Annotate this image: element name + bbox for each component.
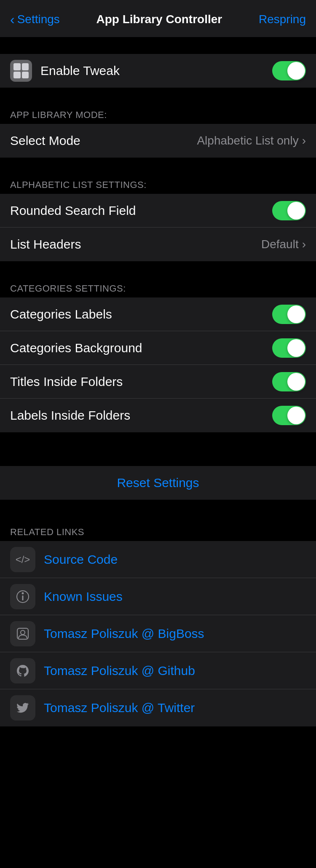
list-headers-row[interactable]: List Headers Default › — [0, 228, 316, 261]
github-label: Tomasz Poliszuk @ Github — [44, 664, 195, 678]
toggle-knob-rsf — [287, 202, 305, 220]
twitter-label: Tomasz Poliszuk @ Twitter — [44, 701, 195, 715]
categories-settings-label: CATEGORIES SETTINGS: — [10, 283, 126, 294]
alphabetic-list-label: ALPHABETIC LIST SETTINGS: — [10, 179, 147, 190]
categories-background-toggle[interactable] — [272, 338, 306, 358]
section-gap-4 — [0, 261, 316, 278]
select-mode-value: Alphabetic List only — [197, 134, 298, 147]
rounded-search-field-row[interactable]: Rounded Search Field — [0, 194, 316, 228]
alphabetic-list-group: Rounded Search Field List Headers Defaul… — [0, 194, 316, 261]
known-issues-icon — [10, 584, 35, 609]
titles-inside-folders-label: Titles Inside Folders — [10, 375, 272, 389]
section-gap-1 — [0, 37, 316, 54]
enable-tweak-row[interactable]: Enable Tweak — [0, 54, 316, 88]
bigboss-icon — [10, 621, 35, 646]
toggle-knob-cb — [287, 339, 305, 357]
titles-inside-folders-toggle[interactable] — [272, 372, 306, 391]
section-gap-5 — [0, 432, 316, 466]
select-mode-value-container: Alphabetic List only › — [197, 134, 306, 147]
source-code-label: Source Code — [44, 552, 118, 567]
list-headers-label: List Headers — [10, 237, 81, 252]
nav-back-label: Settings — [17, 13, 60, 26]
section-gap-6 — [0, 500, 316, 517]
svg-point-2 — [22, 592, 24, 594]
reset-settings-label: Reset Settings — [117, 476, 199, 490]
categories-labels-toggle[interactable] — [272, 305, 306, 324]
list-headers-value-container: Default › — [261, 238, 306, 251]
source-code-row[interactable]: </> Source Code — [0, 541, 316, 578]
github-row[interactable]: Tomasz Poliszuk @ Github — [0, 652, 316, 689]
related-links-group: </> Source Code Known Issues Tomasz Poli… — [0, 541, 316, 726]
bigboss-row[interactable]: Tomasz Poliszuk @ BigBoss — [0, 615, 316, 652]
categories-settings-group: Categories Labels Categories Background … — [0, 297, 316, 432]
app-library-mode-group: Select Mode Alphabetic List only › — [0, 124, 316, 158]
known-issues-row[interactable]: Known Issues — [0, 578, 316, 615]
list-headers-chevron-icon: › — [302, 238, 306, 251]
known-issues-label: Known Issues — [44, 589, 123, 604]
svg-rect-3 — [22, 595, 24, 600]
respring-button[interactable]: Respring — [259, 13, 306, 26]
titles-inside-folders-row[interactable]: Titles Inside Folders — [0, 365, 316, 399]
related-links-label: RELATED LINKS — [10, 527, 84, 537]
svg-point-5 — [21, 630, 25, 635]
enable-tweak-icon — [10, 60, 32, 82]
select-mode-label: Select Mode — [10, 134, 80, 148]
enable-tweak-toggle[interactable] — [272, 61, 306, 80]
list-headers-value: Default — [261, 238, 299, 251]
reset-settings-section: Reset Settings — [0, 466, 316, 500]
toggle-knob-tif — [287, 373, 305, 391]
bigboss-label: Tomasz Poliszuk @ BigBoss — [44, 627, 204, 641]
related-links-header: RELATED LINKS — [0, 517, 316, 541]
nav-back-button[interactable]: ‹ Settings — [10, 13, 60, 26]
github-icon — [10, 658, 35, 683]
section-gap-2 — [0, 88, 316, 104]
reset-settings-row[interactable]: Reset Settings — [0, 466, 316, 500]
nav-title: App Library Controller — [60, 13, 259, 26]
rounded-search-field-toggle[interactable] — [272, 201, 306, 220]
grid-icon — [13, 63, 29, 78]
twitter-row[interactable]: Tomasz Poliszuk @ Twitter — [0, 689, 316, 726]
back-chevron-icon: ‹ — [10, 13, 15, 26]
rounded-search-field-label: Rounded Search Field — [10, 204, 272, 218]
categories-labels-row[interactable]: Categories Labels — [0, 297, 316, 331]
svg-text:</>: </> — [16, 554, 30, 565]
categories-background-row[interactable]: Categories Background — [0, 331, 316, 365]
labels-inside-folders-label: Labels Inside Folders — [10, 408, 272, 423]
app-library-mode-header: APP LIBRARY MODE: — [0, 104, 316, 124]
nav-header: ‹ Settings App Library Controller Respri… — [0, 0, 316, 37]
enable-tweak-group: Enable Tweak — [0, 54, 316, 88]
toggle-knob-cl — [287, 305, 305, 323]
categories-labels-label: Categories Labels — [10, 307, 272, 321]
categories-settings-header: CATEGORIES SETTINGS: — [0, 278, 316, 297]
twitter-icon — [10, 695, 35, 721]
labels-inside-folders-row[interactable]: Labels Inside Folders — [0, 399, 316, 432]
toggle-knob — [287, 62, 305, 80]
app-library-mode-label: APP LIBRARY MODE: — [10, 110, 107, 120]
enable-tweak-label: Enable Tweak — [40, 64, 272, 78]
toggle-knob-lif — [287, 407, 305, 424]
categories-background-label: Categories Background — [10, 341, 272, 355]
labels-inside-folders-toggle[interactable] — [272, 406, 306, 425]
select-mode-row[interactable]: Select Mode Alphabetic List only › — [0, 124, 316, 158]
alphabetic-list-header: ALPHABETIC LIST SETTINGS: — [0, 174, 316, 194]
select-mode-chevron-icon: › — [302, 134, 306, 147]
bottom-gap — [0, 726, 316, 752]
section-gap-3 — [0, 158, 316, 174]
source-code-icon: </> — [10, 547, 35, 572]
